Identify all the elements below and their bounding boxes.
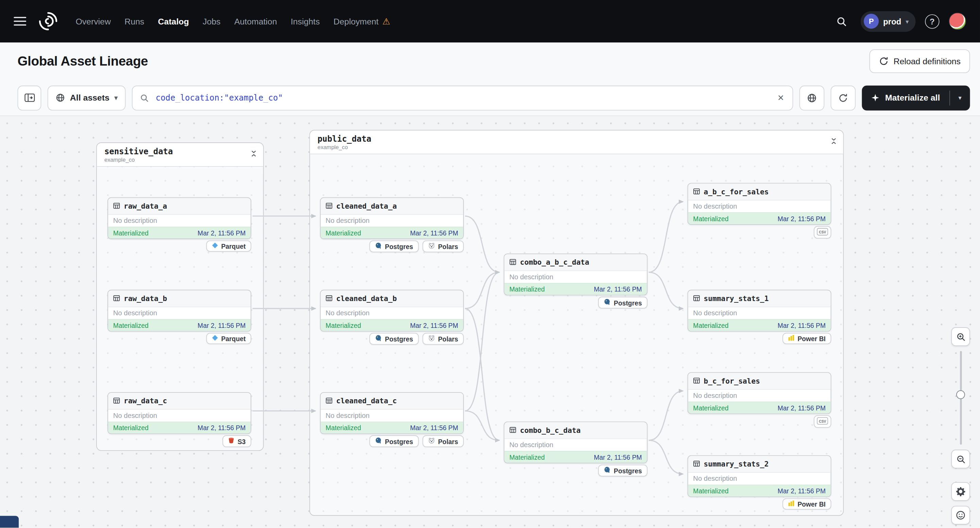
tag-postgres[interactable]: Postgres [598, 297, 648, 309]
asset-node-raw_data_a[interactable]: raw_data_aNo descriptionMaterializedMar … [107, 197, 251, 239]
nav-right: P prod ▾ ? [831, 11, 966, 32]
tag-parquet[interactable]: Parquet [206, 241, 251, 252]
tag-power-bi[interactable]: Power BI [783, 333, 831, 344]
materialized-timestamp[interactable]: Mar 2, 11:56 PM [594, 285, 642, 293]
materialized-timestamp[interactable]: Mar 2, 11:56 PM [410, 424, 458, 431]
reload-definitions-label: Reload definitions [894, 56, 961, 66]
asset-node-header: combo_a_b_c_data [504, 254, 647, 270]
asset-description: No description [108, 409, 251, 422]
nav-item-jobs[interactable]: Jobs [203, 17, 220, 26]
table-icon [326, 395, 332, 406]
asset-tags: CSV [687, 415, 831, 428]
tag-postgres[interactable]: Postgres [598, 465, 648, 476]
clear-icon[interactable]: × [776, 92, 785, 103]
zoom-in-icon[interactable] [951, 327, 970, 346]
graph-globe-button[interactable] [799, 85, 825, 110]
asset-description: No description [321, 409, 463, 422]
tag-polars[interactable]: Polars [422, 241, 464, 252]
lineage-canvas[interactable]: sensitive_dataexample_copublic_dataexamp… [0, 116, 980, 528]
asset-tags: Postgres [504, 465, 648, 476]
tag-polars[interactable]: Polars [422, 435, 464, 447]
asset-scope-dropdown[interactable]: All assets ▾ [48, 85, 126, 110]
materialize-all-split-button: Materialize all ▾ [862, 85, 970, 110]
materialized-timestamp[interactable]: Mar 2, 11:56 PM [778, 404, 826, 411]
nav-item-catalog[interactable]: Catalog [158, 17, 189, 26]
deployment-switcher[interactable]: P prod ▾ [861, 11, 916, 32]
asset-node-combo_a_b_c_data[interactable]: combo_a_b_c_dataNo descriptionMaterializ… [504, 254, 648, 295]
toggle-panel-button[interactable] [18, 85, 41, 110]
asset-search: × [132, 85, 793, 110]
zoom-out-icon[interactable] [951, 450, 970, 468]
asset-node-combo_b_c_data[interactable]: combo_b_c_dataNo descriptionMaterialized… [504, 422, 648, 463]
asset-node-b_c_for_sales[interactable]: b_c_for_salesNo descriptionMaterializedM… [687, 372, 831, 414]
tag-postgres[interactable]: Postgres [369, 333, 418, 345]
materialize-options-button[interactable]: ▾ [950, 85, 970, 110]
hamburger-icon[interactable] [14, 17, 26, 26]
tag-csv-icon[interactable]: CSV [814, 415, 831, 428]
settings-gear-icon[interactable] [951, 482, 970, 501]
nav-item-insights[interactable]: Insights [291, 17, 320, 26]
polars-icon [428, 437, 435, 446]
refresh-button[interactable] [831, 85, 856, 110]
materialized-status: Materialized [326, 229, 361, 237]
materialized-timestamp[interactable]: Mar 2, 11:56 PM [197, 322, 245, 329]
asset-name: cleaned_data_c [336, 396, 397, 405]
asset-node-header: combo_b_c_data [504, 422, 647, 438]
nav-item-deployment[interactable]: Deployment⚠ [334, 17, 390, 26]
asset-node-summary_stats_1[interactable]: summary_stats_1No descriptionMaterialize… [687, 290, 831, 331]
dagster-logo[interactable] [37, 11, 59, 32]
table-icon [509, 257, 516, 268]
asset-node-summary_stats_2[interactable]: summary_stats_2No descriptionMaterialize… [687, 455, 831, 497]
svg-text:CSV: CSV [819, 230, 826, 234]
tag-power-bi[interactable]: Power BI [783, 498, 831, 510]
tag-polars[interactable]: Polars [422, 333, 464, 345]
tag-postgres[interactable]: Postgres [369, 241, 418, 252]
nav-item-automation[interactable]: Automation [234, 17, 277, 26]
table-icon [693, 186, 700, 197]
asset-node-header: summary_stats_2 [688, 456, 831, 472]
tag-postgres[interactable]: Postgres [369, 435, 418, 447]
materialized-timestamp[interactable]: Mar 2, 11:56 PM [594, 453, 642, 461]
zoom-slider-handle[interactable] [956, 390, 965, 399]
reload-definitions-button[interactable]: Reload definitions [869, 49, 970, 73]
nav-item-runs[interactable]: Runs [124, 17, 144, 26]
chevron-down-icon: ▾ [114, 94, 117, 101]
materialized-timestamp[interactable]: Mar 2, 11:56 PM [197, 229, 245, 237]
nav-item-overview[interactable]: Overview [75, 17, 110, 26]
materialized-timestamp[interactable]: Mar 2, 11:56 PM [410, 229, 458, 237]
collapse-icon[interactable] [831, 136, 837, 147]
asset-node-raw_data_c[interactable]: raw_data_cNo descriptionMaterializedMar … [107, 392, 251, 434]
asset-node-header: raw_data_c [108, 393, 251, 409]
materialized-timestamp[interactable]: Mar 2, 11:56 PM [778, 215, 826, 222]
search-input[interactable] [154, 92, 771, 103]
group-header[interactable]: public_dataexample_co [310, 130, 843, 154]
top-nav: OverviewRunsCatalogJobsAutomationInsight… [0, 0, 980, 43]
group-header[interactable]: sensitive_dataexample_co [97, 143, 263, 167]
asset-node-raw_data_b[interactable]: raw_data_bNo descriptionMaterializedMar … [107, 290, 251, 331]
tag-label: Polars [438, 438, 458, 445]
asset-status-bar: MaterializedMar 2, 11:56 PM [108, 227, 251, 238]
asset-node-cleaned_data_c[interactable]: cleaned_data_cNo descriptionMaterialized… [320, 392, 464, 434]
polars-icon [428, 242, 435, 251]
asset-node-a_b_c_for_sales[interactable]: a_b_c_for_salesNo descriptionMaterialize… [687, 183, 831, 225]
tag-csv-icon[interactable]: CSV [814, 226, 831, 238]
materialized-timestamp[interactable]: Mar 2, 11:56 PM [778, 322, 826, 329]
zoom-slider[interactable] [951, 351, 970, 445]
collapse-icon[interactable] [251, 149, 257, 160]
lineage-toolbar: All assets ▾ × Materialize all ▾ [0, 80, 980, 116]
materialized-timestamp[interactable]: Mar 2, 11:56 PM [197, 424, 245, 431]
materialized-timestamp[interactable]: Mar 2, 11:56 PM [410, 322, 458, 329]
avatar[interactable] [949, 13, 966, 30]
materialized-timestamp[interactable]: Mar 2, 11:56 PM [778, 487, 826, 495]
feedback-face-icon[interactable] [951, 506, 970, 525]
parquet-icon [212, 242, 218, 250]
materialize-all-button[interactable]: Materialize all [862, 85, 950, 110]
search-icon[interactable] [831, 11, 851, 31]
tag-label: Postgres [385, 335, 413, 342]
tag-parquet[interactable]: Parquet [206, 333, 251, 344]
asset-node-cleaned_data_a[interactable]: cleaned_data_aNo descriptionMaterialized… [320, 197, 464, 239]
help-icon[interactable]: ? [925, 14, 939, 28]
asset-node-cleaned_data_b[interactable]: cleaned_data_bNo descriptionMaterialized… [320, 290, 464, 331]
tag-s3[interactable]: S3 [223, 435, 251, 447]
minimap-fragment[interactable] [0, 516, 19, 528]
